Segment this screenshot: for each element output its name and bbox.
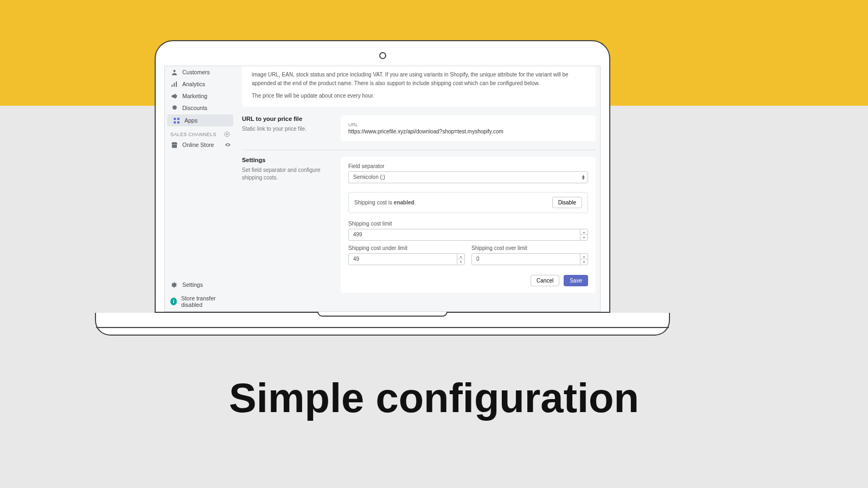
settings-sub: Set field separator and configure shippi… — [242, 166, 334, 182]
sidebar-item-customers[interactable]: Customers — [165, 66, 235, 78]
svg-rect-7 — [174, 121, 176, 123]
cancel-button[interactable]: Cancel — [531, 275, 559, 286]
nav-label: Customers — [182, 69, 210, 75]
person-icon — [170, 68, 178, 76]
svg-rect-3 — [176, 81, 177, 87]
gear-icon — [170, 281, 178, 288]
url-label: URL — [348, 122, 588, 127]
ship-b: enabled — [394, 200, 414, 206]
nav-label: Marketing — [182, 93, 207, 99]
sidebar-item-marketing[interactable]: Marketing — [165, 90, 235, 102]
nav-label: Analytics — [182, 81, 205, 87]
svg-rect-4 — [176, 94, 177, 97]
limit-input[interactable]: 499 ▴▾ — [348, 229, 588, 241]
ship-c: . — [414, 200, 416, 206]
description-card: image URL, EAN, stock status and price i… — [242, 66, 596, 107]
under-input[interactable]: 49 ▴▾ — [348, 253, 465, 265]
limit-value: 499 — [353, 232, 362, 237]
shipping-status-text: Shipping cost is enabled. — [354, 200, 416, 206]
sidebar: Customers Analytics Marketing Discounts … — [165, 66, 235, 311]
over-input[interactable]: 0 ▴▾ — [471, 253, 588, 265]
svg-rect-5 — [174, 118, 176, 120]
megaphone-icon — [170, 92, 178, 100]
url-sub: Static link to your price file. — [242, 125, 334, 133]
sidebar-item-discounts[interactable]: Discounts — [165, 102, 235, 114]
caption: Simple configuration — [0, 374, 868, 421]
stepper-icon[interactable]: ▴▾ — [457, 254, 464, 265]
svg-rect-6 — [177, 118, 179, 120]
under-label: Shipping cost under limit — [348, 245, 465, 251]
select-arrows-icon: ▴▾ — [582, 175, 585, 180]
under-value: 49 — [353, 256, 359, 262]
camera-icon — [379, 52, 386, 59]
save-button[interactable]: Save — [564, 275, 588, 286]
limit-label: Shipping cost limit — [348, 221, 588, 227]
transfer-label: Store transfer disabled — [181, 295, 230, 308]
ship-a: Shipping cost is — [354, 200, 394, 206]
settings-label: Settings — [182, 281, 203, 288]
shipping-status-bar: Shipping cost is enabled. Disable — [348, 192, 588, 213]
nav-label: Discounts — [182, 105, 207, 111]
nav-label: Apps — [184, 117, 197, 124]
channels-header-label: SALES CHANNELS — [170, 132, 216, 137]
field-sep-value: Semicolon (;) — [353, 174, 385, 180]
nav-label: Online Store — [182, 142, 220, 148]
url-section: URL to your price file Static link to yo… — [242, 115, 596, 141]
info-icon: i — [170, 298, 177, 305]
url-value: https://www.pricefile.xyz/api/download?s… — [348, 129, 588, 134]
eye-icon[interactable] — [225, 142, 231, 148]
settings-section: Settings Set field separator and configu… — [242, 157, 596, 293]
store-transfer-status: i Store transfer disabled — [165, 292, 235, 311]
channels-header: SALES CHANNELS — [165, 127, 235, 139]
sidebar-item-apps[interactable]: Apps — [167, 114, 233, 126]
description-1: image URL, EAN, stock status and price i… — [252, 70, 586, 87]
laptop-base — [95, 313, 670, 336]
url-title: URL to your price file — [242, 115, 334, 122]
svg-point-0 — [173, 69, 175, 72]
discount-icon — [170, 104, 178, 112]
stepper-icon[interactable]: ▴▾ — [580, 254, 588, 265]
trackpad-notch — [317, 312, 448, 317]
sidebar-item-online-store[interactable]: Online Store — [165, 139, 235, 151]
plus-icon[interactable] — [224, 131, 230, 137]
settings-title: Settings — [242, 157, 334, 163]
field-sep-select[interactable]: Semicolon (;) ▴▾ — [348, 171, 588, 183]
svg-rect-8 — [177, 121, 179, 123]
over-label: Shipping cost over limit — [471, 245, 588, 251]
app-screen: Customers Analytics Marketing Discounts … — [164, 66, 601, 312]
svg-rect-1 — [171, 85, 173, 87]
divider — [242, 150, 596, 150]
svg-rect-2 — [174, 82, 175, 86]
field-sep-label: Field separator — [348, 163, 588, 169]
bars-icon — [170, 80, 178, 88]
disable-button[interactable]: Disable — [552, 197, 582, 208]
over-value: 0 — [476, 256, 480, 262]
sidebar-item-analytics[interactable]: Analytics — [165, 78, 235, 90]
sidebar-item-settings[interactable]: Settings — [165, 278, 235, 292]
apps-icon — [173, 117, 180, 124]
stepper-icon[interactable]: ▴▾ — [580, 229, 588, 240]
main-content: image URL, EAN, stock status and price i… — [235, 66, 600, 311]
laptop-frame: Customers Analytics Marketing Discounts … — [155, 40, 610, 336]
store-icon — [170, 141, 178, 149]
description-2: The price file will be update about once… — [252, 92, 586, 100]
